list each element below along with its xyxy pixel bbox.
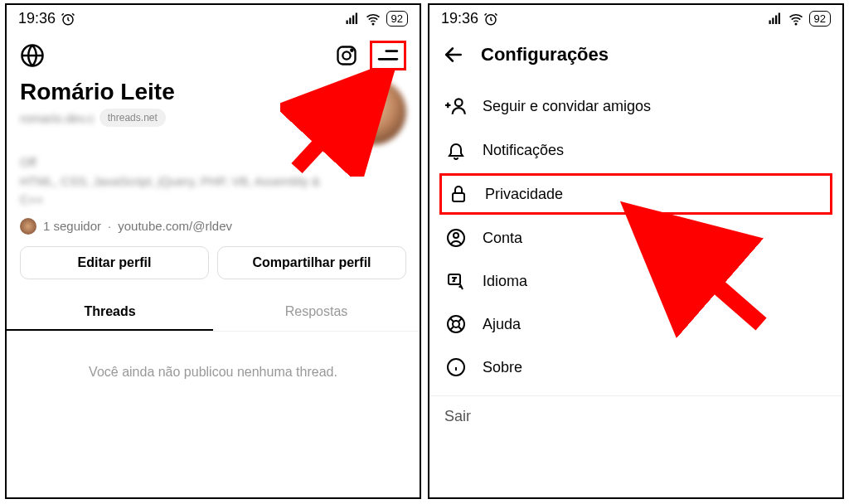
language-icon: [444, 271, 468, 291]
username: romario.dev.c: [20, 111, 95, 125]
time-label: 19:36: [18, 10, 56, 27]
svg-rect-16: [772, 17, 774, 24]
lock-icon: [447, 184, 470, 204]
settings-item-label: Seguir e convidar amigos: [483, 98, 651, 115]
svg-rect-15: [769, 20, 770, 24]
svg-point-21: [455, 99, 463, 106]
phone-left-profile: 19:36 92: [5, 3, 421, 499]
share-profile-button[interactable]: Compartilhar perfil: [217, 246, 406, 279]
svg-point-29: [453, 321, 459, 327]
follower-count: 1 seguidor: [43, 219, 101, 233]
settings-item-label: Notificações: [483, 142, 564, 159]
svg-rect-17: [775, 15, 777, 24]
battery-label: 92: [809, 11, 831, 27]
separator-dot: ·: [108, 219, 111, 233]
wifi-icon: [788, 12, 804, 27]
svg-rect-3: [352, 15, 354, 24]
settings-item-label: Privacidade: [485, 186, 563, 203]
followers-row[interactable]: 1 seguidor · youtube.com/@rldev: [20, 218, 406, 235]
settings-item-help[interactable]: Ajuda: [429, 303, 842, 346]
profile-topbar: [7, 32, 420, 79]
empty-state: Você ainda não publicou nenhuma thread.: [7, 332, 420, 413]
svg-line-30: [450, 318, 454, 322]
alarm-icon: [61, 12, 75, 27]
settings-header: Configurações: [429, 32, 842, 77]
settings-item-label: Conta: [483, 230, 522, 247]
svg-rect-24: [453, 193, 464, 201]
globe-icon[interactable]: [20, 43, 45, 68]
info-icon: [444, 357, 468, 377]
settings-item-about[interactable]: Sobre: [429, 346, 842, 389]
hamburger-menu-icon[interactable]: [370, 41, 406, 70]
status-bar: 19:36 92: [7, 5, 420, 32]
tab-threads[interactable]: Threads: [7, 294, 213, 331]
svg-point-5: [372, 23, 374, 25]
user-circle-icon: [444, 228, 468, 248]
profile-name: Romário Leite: [20, 79, 175, 105]
settings-item-language[interactable]: Idioma: [429, 259, 842, 303]
lifebuoy-icon: [444, 314, 468, 334]
follower-mini-avatar: [20, 218, 36, 235]
battery-label: 92: [386, 11, 408, 27]
status-bar: 19:36 92: [429, 5, 842, 32]
instagram-icon[interactable]: [335, 44, 358, 67]
signal-icon: [345, 12, 360, 27]
logout-button[interactable]: Sair: [429, 395, 842, 437]
tab-replies[interactable]: Respostas: [213, 294, 420, 331]
svg-point-9: [351, 49, 352, 51]
settings-item-account[interactable]: Conta: [429, 216, 842, 259]
back-arrow-icon[interactable]: [443, 44, 464, 65]
settings-item-privacy[interactable]: Privacidade: [439, 173, 832, 215]
settings-item-label: Ajuda: [483, 316, 521, 333]
svg-rect-4: [355, 12, 357, 24]
time-label: 19:36: [441, 10, 478, 27]
svg-point-19: [795, 23, 797, 25]
domain-badge: threads.net: [99, 109, 166, 127]
person-add-icon: [444, 95, 468, 117]
svg-point-8: [342, 51, 350, 59]
svg-line-33: [450, 327, 454, 330]
svg-point-26: [454, 233, 458, 238]
avatar[interactable]: [340, 79, 406, 145]
alarm-icon: [483, 12, 498, 27]
svg-rect-18: [778, 12, 779, 24]
profile-tabs: Threads Respostas: [7, 294, 420, 332]
svg-line-31: [458, 327, 462, 330]
bio: Off HTML, CSS, JavaScript, jQuery, PHP, …: [20, 153, 406, 210]
settings-item-label: Idioma: [483, 273, 527, 290]
settings-item-follow[interactable]: Seguir e convidar amigos: [429, 84, 842, 128]
signal-icon: [768, 12, 783, 27]
settings-item-notifications[interactable]: Notificações: [429, 128, 842, 172]
svg-line-32: [458, 318, 462, 322]
svg-rect-2: [349, 17, 351, 24]
settings-item-label: Sobre: [483, 359, 522, 376]
edit-profile-button[interactable]: Editar perfil: [20, 246, 209, 279]
svg-rect-1: [346, 20, 347, 24]
bell-icon: [444, 140, 468, 160]
wifi-icon: [365, 12, 381, 27]
settings-title: Configurações: [481, 44, 609, 65]
profile-link: youtube.com/@rldev: [118, 219, 232, 233]
phone-right-settings: 19:36 92 Configurações Seguir e convidar: [428, 3, 844, 499]
